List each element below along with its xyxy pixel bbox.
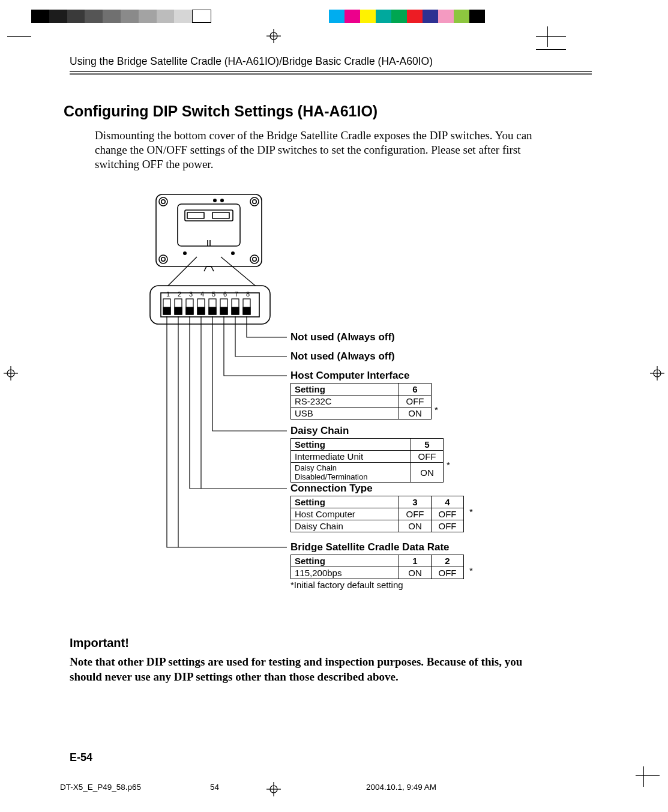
important-heading: Important!	[70, 636, 592, 650]
svg-point-19	[253, 257, 256, 261]
svg-point-26	[184, 252, 186, 254]
svg-rect-23	[212, 212, 229, 218]
table-connection-type: Setting34 Host ComputerOFFOFF Daisy Chai…	[290, 496, 464, 532]
svg-rect-22	[187, 212, 204, 218]
rule	[70, 71, 592, 72]
svg-point-25	[221, 199, 223, 202]
page-number: E-54	[70, 751, 92, 764]
label-daisy-chain: Daisy Chain	[290, 425, 349, 437]
svg-point-13	[161, 200, 165, 203]
table-host-interface: Setting6 RS-232COFF USBON	[290, 383, 432, 420]
crop-mark	[636, 775, 660, 776]
svg-rect-50	[186, 307, 193, 314]
table-daisy-chain: Setting5 Intermediate UnitOFF Daisy Chai…	[290, 438, 444, 483]
crop-mark	[7, 36, 31, 37]
table-data-rate: Setting12 115,200bpsONOFF	[290, 555, 464, 579]
svg-line-32	[211, 266, 214, 271]
svg-text:4: 4	[200, 290, 204, 298]
label-host-interface: Host Computer Interface	[290, 370, 409, 382]
label-connection-type: Connection Type	[290, 483, 373, 495]
asterisk-icon: *	[469, 507, 473, 517]
svg-point-24	[214, 199, 216, 202]
registration-mark-icon	[4, 366, 18, 380]
asterisk-icon: *	[469, 565, 473, 576]
svg-text:2: 2	[178, 290, 181, 298]
svg-text:6: 6	[223, 290, 227, 298]
asterisk-icon: *	[435, 404, 438, 415]
color-swatches	[329, 10, 485, 23]
crop-mark	[643, 766, 644, 787]
print-registration-bar	[0, 10, 668, 23]
svg-point-17	[161, 257, 165, 261]
svg-text:8: 8	[246, 290, 250, 298]
slug-folio: 54	[210, 783, 366, 792]
svg-rect-46	[163, 307, 170, 314]
registration-mark-icon	[650, 366, 664, 380]
important-body: Note that other DIP settings are used fo…	[70, 655, 544, 684]
svg-rect-56	[220, 307, 227, 314]
running-head: Using the Bridge Satellite Cradle (HA-A6…	[70, 55, 592, 68]
svg-text:7: 7	[235, 290, 238, 298]
page-content: Using the Bridge Satellite Cradle (HA-A6…	[70, 55, 592, 684]
rule	[70, 73, 592, 75]
svg-rect-60	[243, 307, 250, 314]
svg-point-15	[253, 200, 256, 203]
section-title: Configuring DIP Switch Settings (HA-A61I…	[64, 103, 592, 120]
crop-mark	[547, 26, 548, 47]
svg-text:5: 5	[212, 290, 215, 298]
slug-line: DT-X5_E_P49_58.p65 54 2004.10.1, 9:49 AM	[60, 783, 600, 792]
svg-rect-58	[232, 307, 239, 314]
label-data-rate: Bridge Satellite Cradle Data Rate	[290, 541, 450, 553]
svg-rect-52	[197, 307, 205, 314]
svg-line-31	[204, 266, 206, 271]
intro-paragraph: Dismounting the bottom cover of the Brid…	[95, 128, 557, 172]
crop-mark	[536, 49, 566, 50]
svg-text:3: 3	[189, 290, 193, 298]
footnote-default: *Initial factory default setting	[290, 580, 403, 590]
registration-mark-icon	[266, 29, 281, 43]
crop-mark	[536, 36, 566, 37]
asterisk-icon: *	[447, 460, 450, 470]
svg-text:1: 1	[166, 290, 170, 298]
svg-point-27	[232, 252, 234, 254]
slug-timestamp: 2004.10.1, 9:49 AM	[366, 783, 516, 792]
dip-switch-diagram: 1 2 3 4 5 6 7 8	[95, 188, 569, 621]
svg-rect-54	[209, 307, 216, 314]
label-not-used-8: Not used (Always off)	[290, 331, 395, 343]
slug-file: DT-X5_E_P49_58.p65	[60, 783, 210, 792]
svg-rect-48	[175, 307, 182, 314]
label-not-used-7: Not used (Always off)	[290, 350, 395, 362]
grayscale-swatches	[31, 10, 211, 23]
